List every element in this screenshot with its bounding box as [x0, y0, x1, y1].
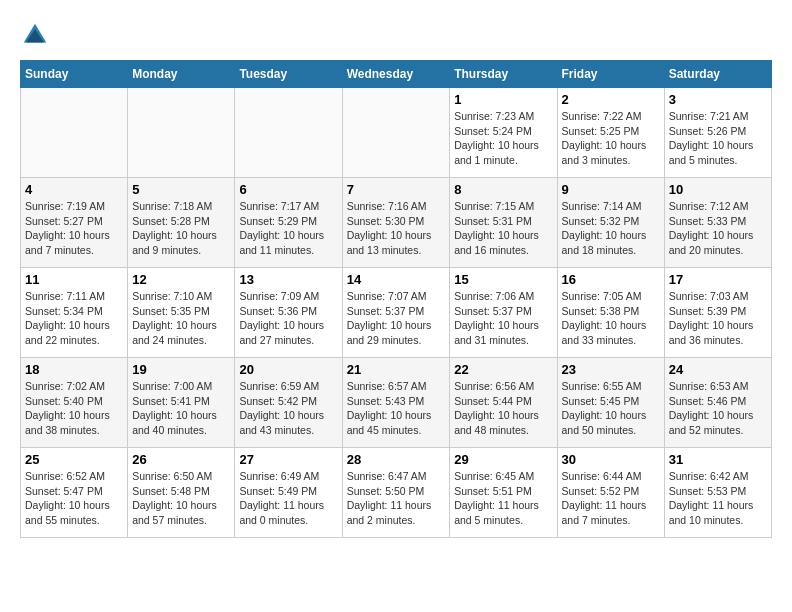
calendar-cell: 18Sunrise: 7:02 AMSunset: 5:40 PMDayligh…	[21, 358, 128, 448]
calendar-header-saturday: Saturday	[664, 61, 771, 88]
day-number: 17	[669, 272, 767, 287]
day-number: 5	[132, 182, 230, 197]
day-number: 9	[562, 182, 660, 197]
day-number: 29	[454, 452, 552, 467]
day-info: Sunrise: 6:53 AMSunset: 5:46 PMDaylight:…	[669, 379, 767, 438]
day-number: 1	[454, 92, 552, 107]
calendar-cell: 26Sunrise: 6:50 AMSunset: 5:48 PMDayligh…	[128, 448, 235, 538]
day-info: Sunrise: 7:16 AMSunset: 5:30 PMDaylight:…	[347, 199, 446, 258]
calendar-table: SundayMondayTuesdayWednesdayThursdayFrid…	[20, 60, 772, 538]
day-info: Sunrise: 7:05 AMSunset: 5:38 PMDaylight:…	[562, 289, 660, 348]
calendar-cell: 10Sunrise: 7:12 AMSunset: 5:33 PMDayligh…	[664, 178, 771, 268]
day-number: 28	[347, 452, 446, 467]
day-number: 14	[347, 272, 446, 287]
day-number: 26	[132, 452, 230, 467]
day-info: Sunrise: 7:12 AMSunset: 5:33 PMDaylight:…	[669, 199, 767, 258]
calendar-cell	[128, 88, 235, 178]
calendar-header-thursday: Thursday	[450, 61, 557, 88]
day-number: 12	[132, 272, 230, 287]
day-number: 15	[454, 272, 552, 287]
page-header	[20, 20, 772, 50]
calendar-cell: 30Sunrise: 6:44 AMSunset: 5:52 PMDayligh…	[557, 448, 664, 538]
calendar-header-sunday: Sunday	[21, 61, 128, 88]
day-number: 10	[669, 182, 767, 197]
day-number: 8	[454, 182, 552, 197]
day-number: 18	[25, 362, 123, 377]
calendar-week-1: 1Sunrise: 7:23 AMSunset: 5:24 PMDaylight…	[21, 88, 772, 178]
day-info: Sunrise: 7:17 AMSunset: 5:29 PMDaylight:…	[239, 199, 337, 258]
calendar-header-wednesday: Wednesday	[342, 61, 450, 88]
calendar-cell: 2Sunrise: 7:22 AMSunset: 5:25 PMDaylight…	[557, 88, 664, 178]
calendar-cell: 29Sunrise: 6:45 AMSunset: 5:51 PMDayligh…	[450, 448, 557, 538]
calendar-cell: 19Sunrise: 7:00 AMSunset: 5:41 PMDayligh…	[128, 358, 235, 448]
day-number: 20	[239, 362, 337, 377]
day-info: Sunrise: 7:18 AMSunset: 5:28 PMDaylight:…	[132, 199, 230, 258]
day-info: Sunrise: 7:09 AMSunset: 5:36 PMDaylight:…	[239, 289, 337, 348]
day-number: 19	[132, 362, 230, 377]
calendar-cell: 16Sunrise: 7:05 AMSunset: 5:38 PMDayligh…	[557, 268, 664, 358]
day-info: Sunrise: 6:44 AMSunset: 5:52 PMDaylight:…	[562, 469, 660, 528]
day-info: Sunrise: 7:07 AMSunset: 5:37 PMDaylight:…	[347, 289, 446, 348]
day-info: Sunrise: 6:42 AMSunset: 5:53 PMDaylight:…	[669, 469, 767, 528]
calendar-cell: 27Sunrise: 6:49 AMSunset: 5:49 PMDayligh…	[235, 448, 342, 538]
day-number: 27	[239, 452, 337, 467]
day-number: 11	[25, 272, 123, 287]
calendar-cell: 1Sunrise: 7:23 AMSunset: 5:24 PMDaylight…	[450, 88, 557, 178]
day-number: 3	[669, 92, 767, 107]
day-info: Sunrise: 7:11 AMSunset: 5:34 PMDaylight:…	[25, 289, 123, 348]
calendar-cell: 3Sunrise: 7:21 AMSunset: 5:26 PMDaylight…	[664, 88, 771, 178]
logo-icon	[20, 20, 50, 50]
calendar-cell: 7Sunrise: 7:16 AMSunset: 5:30 PMDaylight…	[342, 178, 450, 268]
day-info: Sunrise: 7:14 AMSunset: 5:32 PMDaylight:…	[562, 199, 660, 258]
calendar-cell: 14Sunrise: 7:07 AMSunset: 5:37 PMDayligh…	[342, 268, 450, 358]
day-number: 6	[239, 182, 337, 197]
day-number: 21	[347, 362, 446, 377]
calendar-cell: 5Sunrise: 7:18 AMSunset: 5:28 PMDaylight…	[128, 178, 235, 268]
day-number: 25	[25, 452, 123, 467]
day-info: Sunrise: 7:06 AMSunset: 5:37 PMDaylight:…	[454, 289, 552, 348]
calendar-week-4: 18Sunrise: 7:02 AMSunset: 5:40 PMDayligh…	[21, 358, 772, 448]
calendar-header-row: SundayMondayTuesdayWednesdayThursdayFrid…	[21, 61, 772, 88]
day-info: Sunrise: 7:00 AMSunset: 5:41 PMDaylight:…	[132, 379, 230, 438]
calendar-cell	[235, 88, 342, 178]
calendar-cell: 11Sunrise: 7:11 AMSunset: 5:34 PMDayligh…	[21, 268, 128, 358]
calendar-cell: 8Sunrise: 7:15 AMSunset: 5:31 PMDaylight…	[450, 178, 557, 268]
calendar-cell: 24Sunrise: 6:53 AMSunset: 5:46 PMDayligh…	[664, 358, 771, 448]
day-info: Sunrise: 6:45 AMSunset: 5:51 PMDaylight:…	[454, 469, 552, 528]
day-number: 24	[669, 362, 767, 377]
calendar-cell: 21Sunrise: 6:57 AMSunset: 5:43 PMDayligh…	[342, 358, 450, 448]
calendar-cell: 12Sunrise: 7:10 AMSunset: 5:35 PMDayligh…	[128, 268, 235, 358]
calendar-cell: 4Sunrise: 7:19 AMSunset: 5:27 PMDaylight…	[21, 178, 128, 268]
day-info: Sunrise: 6:47 AMSunset: 5:50 PMDaylight:…	[347, 469, 446, 528]
day-info: Sunrise: 7:10 AMSunset: 5:35 PMDaylight:…	[132, 289, 230, 348]
calendar-cell: 23Sunrise: 6:55 AMSunset: 5:45 PMDayligh…	[557, 358, 664, 448]
day-info: Sunrise: 6:49 AMSunset: 5:49 PMDaylight:…	[239, 469, 337, 528]
calendar-cell	[342, 88, 450, 178]
day-number: 30	[562, 452, 660, 467]
day-info: Sunrise: 6:56 AMSunset: 5:44 PMDaylight:…	[454, 379, 552, 438]
calendar-header-tuesday: Tuesday	[235, 61, 342, 88]
day-info: Sunrise: 6:52 AMSunset: 5:47 PMDaylight:…	[25, 469, 123, 528]
calendar-body: 1Sunrise: 7:23 AMSunset: 5:24 PMDaylight…	[21, 88, 772, 538]
calendar-header-friday: Friday	[557, 61, 664, 88]
day-number: 22	[454, 362, 552, 377]
calendar-week-5: 25Sunrise: 6:52 AMSunset: 5:47 PMDayligh…	[21, 448, 772, 538]
calendar-cell: 28Sunrise: 6:47 AMSunset: 5:50 PMDayligh…	[342, 448, 450, 538]
day-info: Sunrise: 6:50 AMSunset: 5:48 PMDaylight:…	[132, 469, 230, 528]
day-info: Sunrise: 7:21 AMSunset: 5:26 PMDaylight:…	[669, 109, 767, 168]
calendar-cell: 22Sunrise: 6:56 AMSunset: 5:44 PMDayligh…	[450, 358, 557, 448]
day-info: Sunrise: 6:59 AMSunset: 5:42 PMDaylight:…	[239, 379, 337, 438]
calendar-cell: 9Sunrise: 7:14 AMSunset: 5:32 PMDaylight…	[557, 178, 664, 268]
day-number: 2	[562, 92, 660, 107]
calendar-cell: 6Sunrise: 7:17 AMSunset: 5:29 PMDaylight…	[235, 178, 342, 268]
day-info: Sunrise: 7:19 AMSunset: 5:27 PMDaylight:…	[25, 199, 123, 258]
day-number: 7	[347, 182, 446, 197]
day-number: 23	[562, 362, 660, 377]
calendar-header-monday: Monday	[128, 61, 235, 88]
day-number: 16	[562, 272, 660, 287]
day-info: Sunrise: 6:57 AMSunset: 5:43 PMDaylight:…	[347, 379, 446, 438]
calendar-week-3: 11Sunrise: 7:11 AMSunset: 5:34 PMDayligh…	[21, 268, 772, 358]
day-info: Sunrise: 7:15 AMSunset: 5:31 PMDaylight:…	[454, 199, 552, 258]
day-number: 4	[25, 182, 123, 197]
logo	[20, 20, 54, 50]
